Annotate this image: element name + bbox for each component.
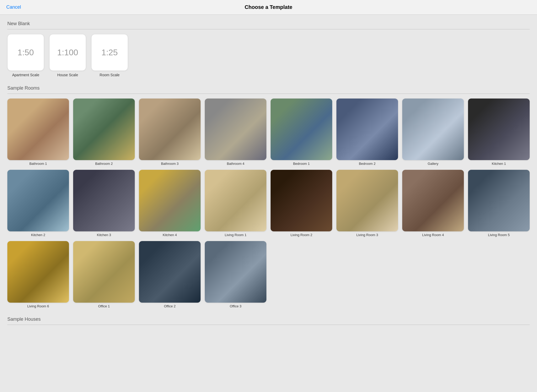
rooms-divider bbox=[7, 94, 530, 94]
blank-card-house-scale: 1:100 bbox=[49, 34, 86, 71]
room-label-gallery: Gallery bbox=[428, 162, 438, 166]
sample-houses-section: Sample Houses bbox=[7, 317, 530, 325]
blank-items-container: 1:50 Apartment Scale 1:100 House Scale 1… bbox=[7, 34, 530, 77]
blank-label-apartment-scale: Apartment Scale bbox=[12, 73, 39, 77]
page-title: Choose a Template bbox=[245, 4, 292, 10]
room-thumb-living3 bbox=[336, 170, 398, 231]
room-thumb-bathroom1 bbox=[7, 99, 69, 160]
room-label-office3: Office 3 bbox=[230, 304, 241, 308]
blank-item-room-scale[interactable]: 1:25 Room Scale bbox=[91, 34, 128, 77]
room-label-kitchen3: Kitchen 3 bbox=[97, 233, 111, 237]
room-item-bedroom2[interactable]: Bedroom 2 bbox=[336, 99, 398, 166]
new-blank-title: New Blank bbox=[7, 21, 530, 26]
room-item-bathroom2[interactable]: Bathroom 2 bbox=[73, 99, 135, 166]
sample-houses-title: Sample Houses bbox=[7, 317, 530, 322]
room-thumb-living4 bbox=[402, 170, 464, 231]
room-thumb-office1 bbox=[73, 241, 135, 303]
room-thumb-office2 bbox=[139, 241, 201, 303]
new-blank-divider bbox=[7, 29, 530, 29]
room-label-office1: Office 1 bbox=[98, 304, 110, 308]
room-thumb-living6 bbox=[7, 241, 69, 303]
room-label-bathroom2: Bathroom 2 bbox=[95, 162, 113, 166]
room-item-office2[interactable]: Office 2 bbox=[139, 241, 201, 308]
room-label-bathroom3: Bathroom 3 bbox=[161, 162, 179, 166]
room-thumb-office3 bbox=[205, 241, 266, 303]
room-thumb-kitchen3 bbox=[73, 170, 135, 231]
room-label-living1: Living Room 1 bbox=[225, 233, 246, 237]
room-label-bathroom4: Bathroom 4 bbox=[227, 162, 244, 166]
room-label-office2: Office 2 bbox=[164, 304, 176, 308]
room-label-bedroom1: Bedroom 1 bbox=[293, 162, 310, 166]
room-label-kitchen2: Kitchen 2 bbox=[31, 233, 45, 237]
cancel-button[interactable]: Cancel bbox=[6, 4, 21, 10]
room-label-living5: Living Room 5 bbox=[488, 233, 510, 237]
room-label-kitchen4: Kitchen 4 bbox=[163, 233, 177, 237]
room-item-kitchen1[interactable]: Kitchen 1 bbox=[468, 99, 530, 166]
room-item-kitchen4[interactable]: Kitchen 4 bbox=[139, 170, 201, 237]
room-label-living2: Living Room 2 bbox=[291, 233, 312, 237]
blank-scale-room-scale: 1:25 bbox=[101, 48, 118, 57]
room-item-kitchen3[interactable]: Kitchen 3 bbox=[73, 170, 135, 237]
room-thumb-kitchen4 bbox=[139, 170, 201, 231]
room-thumb-living1 bbox=[205, 170, 266, 231]
room-label-living3: Living Room 3 bbox=[356, 233, 378, 237]
room-thumb-bedroom1 bbox=[271, 99, 332, 160]
room-thumb-living2 bbox=[271, 170, 332, 231]
room-item-bathroom4[interactable]: Bathroom 4 bbox=[205, 99, 266, 166]
room-item-gallery[interactable]: Gallery bbox=[402, 99, 464, 166]
room-item-living2[interactable]: Living Room 2 bbox=[271, 170, 332, 237]
room-item-kitchen2[interactable]: Kitchen 2 bbox=[7, 170, 69, 237]
room-item-bedroom1[interactable]: Bedroom 1 bbox=[271, 99, 332, 166]
blank-card-room-scale: 1:25 bbox=[91, 34, 128, 71]
room-thumb-bedroom2 bbox=[336, 99, 398, 160]
blank-card-apartment-scale: 1:50 bbox=[7, 34, 44, 71]
content: New Blank 1:50 Apartment Scale 1:100 Hou… bbox=[0, 15, 537, 336]
blank-label-house-scale: House Scale bbox=[57, 73, 78, 77]
room-label-living4: Living Room 4 bbox=[422, 233, 444, 237]
blank-item-house-scale[interactable]: 1:100 House Scale bbox=[49, 34, 86, 77]
room-thumb-kitchen2 bbox=[7, 170, 69, 231]
houses-divider bbox=[7, 325, 530, 325]
room-thumb-bathroom3 bbox=[139, 99, 201, 160]
new-blank-section: New Blank 1:50 Apartment Scale 1:100 Hou… bbox=[7, 21, 530, 77]
room-thumb-living5 bbox=[468, 170, 530, 231]
room-item-living4[interactable]: Living Room 4 bbox=[402, 170, 464, 237]
room-thumb-bathroom4 bbox=[205, 99, 266, 160]
room-item-living6[interactable]: Living Room 6 bbox=[7, 241, 69, 308]
room-item-bathroom3[interactable]: Bathroom 3 bbox=[139, 99, 201, 166]
rooms-grid: Bathroom 1 Bathroom 2 Bathroom 3 Bathroo… bbox=[7, 99, 530, 308]
room-thumb-gallery bbox=[402, 99, 464, 160]
room-item-bathroom1[interactable]: Bathroom 1 bbox=[7, 99, 69, 166]
header: Cancel Choose a Template bbox=[0, 0, 537, 15]
room-item-living1[interactable]: Living Room 1 bbox=[205, 170, 266, 237]
room-item-living3[interactable]: Living Room 3 bbox=[336, 170, 398, 237]
blank-item-apartment-scale[interactable]: 1:50 Apartment Scale bbox=[7, 34, 44, 77]
sample-rooms-section: Sample Rooms Bathroom 1 Bathroom 2 Bathr… bbox=[7, 85, 530, 308]
blank-scale-apartment-scale: 1:50 bbox=[18, 48, 34, 57]
room-label-living6: Living Room 6 bbox=[27, 304, 49, 308]
room-item-office3[interactable]: Office 3 bbox=[205, 241, 266, 308]
sample-rooms-title: Sample Rooms bbox=[7, 85, 530, 91]
room-item-living5[interactable]: Living Room 5 bbox=[468, 170, 530, 237]
room-item-office1[interactable]: Office 1 bbox=[73, 241, 135, 308]
room-thumb-kitchen1 bbox=[468, 99, 530, 160]
room-label-bedroom2: Bedroom 2 bbox=[359, 162, 376, 166]
room-label-kitchen1: Kitchen 1 bbox=[492, 162, 506, 166]
blank-label-room-scale: Room Scale bbox=[100, 73, 120, 77]
blank-scale-house-scale: 1:100 bbox=[57, 48, 78, 57]
room-label-bathroom1: Bathroom 1 bbox=[29, 162, 47, 166]
room-thumb-bathroom2 bbox=[73, 99, 135, 160]
